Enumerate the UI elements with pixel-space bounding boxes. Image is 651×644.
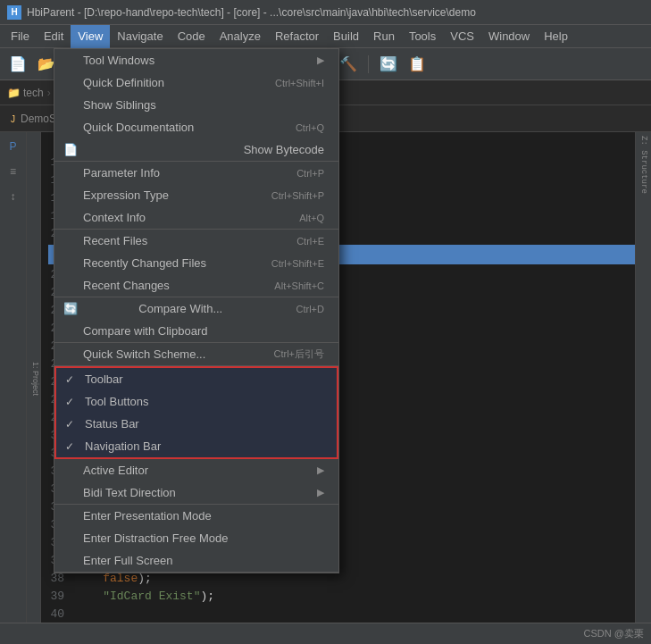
new-btn[interactable]: 📄 bbox=[5, 52, 30, 77]
code-line-40: 40 bbox=[48, 606, 644, 623]
menu-tool-windows[interactable]: Tool Windows ▶ bbox=[54, 49, 338, 71]
menu-context-info[interactable]: Context Info Alt+Q bbox=[54, 206, 338, 229]
tool-windows-label: Tool Windows bbox=[83, 54, 154, 67]
compare-clipboard-label: Compare with Clipboard bbox=[83, 324, 207, 338]
recent-changes-label: Recent Changes bbox=[83, 279, 170, 292]
menu-show-siblings[interactable]: Show Siblings bbox=[54, 94, 338, 116]
full-screen-label: Enter Full Screen bbox=[83, 554, 172, 567]
menu-quick-doc[interactable]: Quick Documentation Ctrl+Q bbox=[54, 116, 338, 138]
expr-type-shortcut: Ctrl+Shift+P bbox=[271, 190, 324, 201]
bidi-text-label: Bidi Text Direction bbox=[83, 486, 176, 499]
structure-panel[interactable]: Z: Structure bbox=[635, 132, 651, 623]
menu-tools[interactable]: Tools bbox=[402, 25, 443, 48]
project-label-text: 1: Project bbox=[31, 362, 40, 396]
tool-windows-arrow: ▶ bbox=[317, 54, 324, 66]
menu-status-bar[interactable]: Status Bar bbox=[56, 413, 337, 435]
menu-section-2: Parameter Info Ctrl+P Expression Type Ct… bbox=[54, 162, 338, 230]
menu-refactor[interactable]: Refactor bbox=[268, 25, 326, 48]
context-info-label: Context Info bbox=[83, 211, 146, 224]
distraction-free-label: Enter Distraction Free Mode bbox=[83, 531, 229, 545]
compare-with-shortcut: Ctrl+D bbox=[296, 304, 324, 314]
menu-recent-files[interactable]: Recent Files Ctrl+E bbox=[54, 230, 338, 252]
menu-recently-changed[interactable]: Recently Changed Files Ctrl+Shift+E bbox=[54, 252, 338, 274]
toolbar-label: Toolbar bbox=[85, 372, 123, 386]
menu-compare-with[interactable]: 🔄 Compare With... Ctrl+D bbox=[54, 297, 338, 320]
menu-param-info[interactable]: Parameter Info Ctrl+P bbox=[54, 162, 338, 184]
quick-switch-shortcut: Ctrl+后引号 bbox=[273, 347, 324, 361]
sidebar-structure-icon[interactable]: ≡ bbox=[3, 161, 24, 182]
menu-bar: File Edit View Navigate Code Analyze Ref… bbox=[0, 25, 651, 48]
menu-file[interactable]: File bbox=[4, 25, 37, 48]
status-bar-label: Status Bar bbox=[85, 417, 139, 431]
menu-presentation-mode[interactable]: Enter Presentation Mode bbox=[54, 505, 338, 527]
menu-section-5: Quick Switch Scheme... Ctrl+后引号 bbox=[54, 343, 338, 366]
menu-edit[interactable]: Edit bbox=[37, 25, 71, 48]
menu-recent-changes[interactable]: Recent Changes Alt+Shift+C bbox=[54, 274, 338, 297]
sidebar: P ≡ ↕ bbox=[0, 132, 27, 623]
menu-build[interactable]: Build bbox=[326, 25, 366, 48]
menu-toolbar[interactable]: Toolbar bbox=[56, 368, 337, 390]
menu-active-editor[interactable]: Active Editor ▶ bbox=[54, 459, 338, 481]
navigation-bar-label: Navigation Bar bbox=[85, 439, 161, 453]
menu-section-6: Toolbar Tool Buttons Status Bar Navigati… bbox=[54, 366, 338, 459]
menu-distraction-free[interactable]: Enter Distraction Free Mode bbox=[54, 527, 338, 549]
menu-vcs[interactable]: VCS bbox=[443, 25, 481, 48]
menu-expr-type[interactable]: Expression Type Ctrl+Shift+P bbox=[54, 184, 338, 206]
recently-changed-shortcut: Ctrl+Shift+E bbox=[271, 258, 324, 269]
compare-icon: 🔄 bbox=[62, 302, 79, 315]
menu-show-bytecode[interactable]: 📄 Show Bytecode bbox=[54, 138, 338, 161]
status-right: CSDN @卖栗 bbox=[584, 627, 644, 640]
bytecode-label: Show Bytecode bbox=[244, 143, 324, 156]
tab-java-icon-1: J bbox=[11, 114, 15, 124]
compare-with-label: Compare With... bbox=[138, 302, 222, 315]
active-editor-label: Active Editor bbox=[83, 464, 148, 477]
menu-analyze[interactable]: Analyze bbox=[213, 25, 268, 48]
presentation-mode-label: Enter Presentation Mode bbox=[83, 509, 212, 523]
menu-quick-switch[interactable]: Quick Switch Scheme... Ctrl+后引号 bbox=[54, 343, 338, 365]
ln-39: 39 bbox=[48, 588, 75, 606]
expr-type-label: Expression Type bbox=[83, 188, 169, 202]
menu-window[interactable]: Window bbox=[481, 25, 537, 48]
menu-section-3: Recent Files Ctrl+E Recently Changed Fil… bbox=[54, 230, 338, 297]
app-icon: H bbox=[7, 5, 21, 20]
ln-40: 40 bbox=[48, 606, 75, 623]
menu-view[interactable]: View bbox=[71, 25, 110, 48]
menu-compare-clipboard[interactable]: Compare with Clipboard bbox=[54, 320, 338, 342]
menu-code[interactable]: Code bbox=[171, 25, 213, 48]
title-text: HbiParent - [D:\repo-hand\repo-tech\tech… bbox=[27, 6, 476, 19]
menu-navigation-bar[interactable]: Navigation Bar bbox=[56, 435, 337, 457]
quick-switch-label: Quick Switch Scheme... bbox=[83, 347, 205, 361]
menu-bidi-text[interactable]: Bidi Text Direction ▶ bbox=[54, 481, 338, 504]
menu-run[interactable]: Run bbox=[366, 25, 402, 48]
menu-quick-definition[interactable]: Quick Definition Ctrl+Shift+I bbox=[54, 71, 338, 94]
recent-files-shortcut: Ctrl+E bbox=[296, 236, 324, 247]
menu-section-7: Active Editor ▶ Bidi Text Direction ▶ bbox=[54, 459, 338, 505]
param-info-label: Parameter Info bbox=[83, 166, 160, 180]
menu-full-screen[interactable]: Enter Full Screen bbox=[54, 549, 338, 572]
menu-section-4: 🔄 Compare With... Ctrl+D Compare with Cl… bbox=[54, 297, 338, 343]
update-btn[interactable]: 🔄 bbox=[376, 52, 401, 77]
bidi-text-arrow: ▶ bbox=[317, 487, 324, 498]
view-menu-dropdown: Tool Windows ▶ Quick Definition Ctrl+Shi… bbox=[54, 48, 339, 573]
structure-label: Z: Structure bbox=[639, 136, 648, 194]
status-bar: CSDN @卖栗 bbox=[0, 623, 651, 644]
nav-sep-1: › bbox=[47, 87, 51, 99]
nav-tech-label: tech bbox=[23, 87, 44, 99]
recently-changed-label: Recently Changed Files bbox=[83, 256, 206, 270]
bytecode-icon: 📄 bbox=[62, 143, 79, 156]
menu-section-8: Enter Presentation Mode Enter Distractio… bbox=[54, 505, 338, 573]
commit-btn[interactable]: 📋 bbox=[405, 52, 430, 77]
quick-doc-shortcut: Ctrl+Q bbox=[296, 122, 324, 133]
menu-tool-buttons[interactable]: Tool Buttons bbox=[56, 390, 337, 413]
menu-help[interactable]: Help bbox=[537, 25, 575, 48]
nav-tech[interactable]: 📁 tech bbox=[7, 87, 44, 99]
recent-changes-shortcut: Alt+Shift+C bbox=[274, 280, 324, 291]
sidebar-project-icon[interactable]: P bbox=[3, 136, 24, 157]
menu-navigate[interactable]: Navigate bbox=[110, 25, 170, 48]
code-39: "IdCard Exist"); bbox=[75, 588, 214, 606]
project-panel-label[interactable]: 1: Project bbox=[27, 132, 41, 623]
sidebar-changes-icon[interactable]: ↕ bbox=[3, 186, 24, 207]
toolbar-sep-4 bbox=[368, 55, 369, 73]
quick-def-label: Quick Definition bbox=[83, 76, 164, 89]
quick-doc-label: Quick Documentation bbox=[83, 121, 194, 134]
